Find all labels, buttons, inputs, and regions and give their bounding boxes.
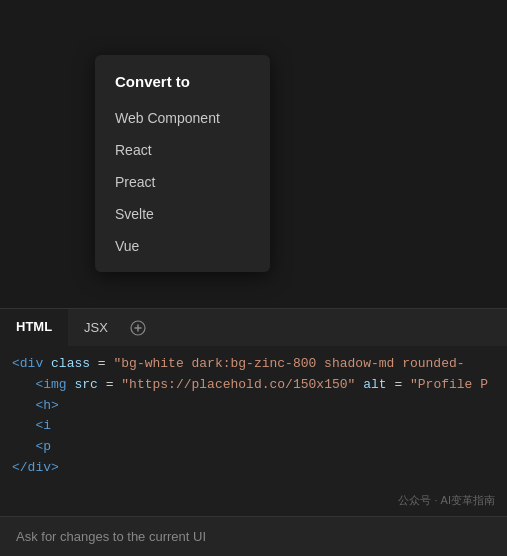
dropdown-menu: Convert to Web Component React Preact Sv…: [95, 55, 270, 272]
dropdown-item-preact[interactable]: Preact: [95, 166, 270, 198]
tab-jsx[interactable]: JSX: [68, 309, 124, 346]
input-placeholder-text: Ask for changes to the current UI: [16, 529, 206, 544]
code-line-5: <p: [12, 437, 495, 458]
dropdown-item-svelte[interactable]: Svelte: [95, 198, 270, 230]
tab-bar: HTML JSX: [0, 308, 507, 346]
code-area: <div class = "bg-white dark:bg-zinc-800 …: [0, 346, 507, 516]
code-line-6: </div>: [12, 458, 495, 479]
code-line-4: <i: [12, 416, 495, 437]
dropdown-item-react[interactable]: React: [95, 134, 270, 166]
tab-add-button[interactable]: [124, 314, 152, 342]
tab-html[interactable]: HTML: [0, 309, 68, 346]
dropdown-item-vue[interactable]: Vue: [95, 230, 270, 262]
code-line-2: <img src = "https://placehold.co/150x150…: [12, 375, 495, 396]
dropdown-item-web-component[interactable]: Web Component: [95, 102, 270, 134]
code-line-3: <h>: [12, 396, 495, 417]
code-line-1: <div class = "bg-white dark:bg-zinc-800 …: [12, 354, 495, 375]
dropdown-title: Convert to: [95, 65, 270, 102]
input-bar[interactable]: Ask for changes to the current UI: [0, 516, 507, 556]
code-tag-div: <div: [12, 356, 43, 371]
watermark: 公众号 · AI变革指南: [398, 493, 495, 508]
main-container: Convert to Web Component React Preact Sv…: [0, 0, 507, 556]
